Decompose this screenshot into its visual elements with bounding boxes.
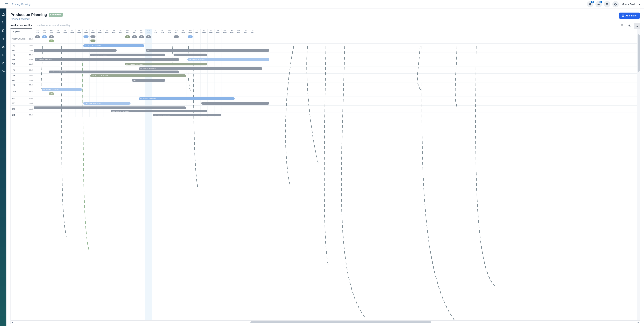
gantt-chart: Equipment Primary Brewhouse15bblFV130bbl… [10,29,640,324]
brand-name[interactable]: Remmy Brewing [12,3,30,6]
batch-bar[interactable]: RRA - Planned - 10/19/2022 [111,110,207,112]
batch-bar[interactable]: HL - Planned - 11/02/2022 [90,54,165,56]
batch-bar[interactable]: SS - Planned - 11/01/2022 [83,44,144,47]
brewhouse-turn[interactable]: 2 [42,36,47,38]
day-11/20: Sun11/20 [214,29,222,34]
batch-bar[interactable]: IPA - Planned - 10/26/2022 [83,102,130,105]
brewhouse-turn[interactable]: 2 [35,36,40,38]
row-FV4: HL - Planned - 10/25/2022IPA - Planned -… [34,57,637,62]
menu-toggle[interactable] [4,1,10,8]
history-button[interactable] [612,1,619,8]
batch-bar[interactable] [34,49,117,52]
vertical-scrollbar[interactable] [637,29,640,320]
batch-bar[interactable]: HL - Planned - 10/27/2022 [48,71,179,73]
nav-shipping[interactable] [1,45,5,49]
main-content: Production Planning Learn More Provide F… [6,9,644,326]
row-FV3: HL - Planned - 11/02/2022275 [34,53,637,57]
batch-bar[interactable]: HL - Planned - 10/25/2022 [35,58,179,61]
brewhouse-turn[interactable]: 2 [49,36,54,38]
brewhouse-turn[interactable]: 2 [84,36,88,38]
brewhouse-turn[interactable]: 1 [132,36,137,38]
equipment-BT2[interactable]: BT260bbl [11,101,34,106]
batch-bar[interactable]: HL - Planned - 11/02/2022 [153,114,221,116]
batch-bar[interactable]: 345 [132,79,165,82]
day-10/26: Wed10/26 [41,29,48,34]
feedback-link[interactable]: Provide Feedback [10,18,63,20]
svg-rect-12 [621,25,623,27]
batch-bar[interactable]: IPA - Planned - 11/16/2022 [188,58,269,61]
apps-button[interactable] [604,1,610,8]
tab-1[interactable]: Manhattan Production Facility [36,22,70,29]
horizontal-scrollbar[interactable]: ◀ ▶ [11,320,640,324]
equipment-BT3[interactable]: BT360bbl [11,106,34,113]
nav-brewing[interactable] [1,37,5,41]
batch-bar[interactable]: 275 [174,54,207,56]
announcements-button[interactable]: 1 [596,1,602,8]
batch-bar[interactable]: IPA - Planned - 10/26/2022 [42,88,82,91]
brewhouse-turn[interactable]: 2 [125,36,130,38]
svg-rect-3 [607,5,608,5]
brewhouse-turn[interactable]: 1 [174,36,179,38]
day-11/08: Tue11/08 [131,29,138,34]
equipment-FV3[interactable]: FV330bbl [11,53,34,57]
side-nav [0,9,6,326]
row-FV6: LP - Planned - 11/09/2022HL - Planned - … [34,66,637,74]
day-10/27: Thu10/27 [48,29,55,34]
megaphone-icon [597,3,600,6]
svg-point-5 [4,23,4,24]
zoom-button[interactable] [626,23,632,29]
notifications-button[interactable]: 4 [587,1,594,8]
day-11/12: Sat11/12 [159,29,166,34]
equipment-FV6[interactable]: FV660bbl [11,66,34,74]
equipment-FV8[interactable]: FV860bbl [11,78,34,83]
equipment-FV9[interactable]: FV960bbl [11,83,34,87]
calendar-button[interactable] [619,23,625,29]
nav-banking[interactable] [1,61,5,65]
row-FV1: SS - Planned - 11/01/2022 [34,44,637,48]
equipment-FV7[interactable]: FV760bbl [11,74,34,78]
dependencies-button[interactable] [634,23,640,29]
tab-0[interactable]: Production Facility [10,22,32,29]
batch-bar[interactable]: LtlPil ... [48,92,54,95]
day-11/18: Fri11/18 [200,29,208,34]
add-batch-button[interactable]: Add Batch [619,13,640,19]
brewhouse-turn[interactable]: 1 [90,36,96,38]
brewhouse-turn[interactable]: 1 [146,36,151,38]
batch-bar[interactable] [34,106,186,109]
equipment-FV2[interactable]: FV230bbl [11,48,34,53]
nav-reports[interactable] [1,53,5,57]
batch-bar[interactable]: GG - Planned - 11/02/2022 [90,74,186,77]
batch-bar[interactable]: SS - Planned - 11/10/2022 [139,97,235,100]
nav-tasks[interactable] [1,29,5,33]
user-menu[interactable]: Marley Golden [622,3,640,6]
equipment-FV1[interactable]: FV130bbl [11,44,34,48]
batch-bar[interactable]: 286 [146,49,269,52]
batch-bar[interactable]: GG - Planned - 11/07/2022 [125,63,207,65]
row-FV8: 345 [34,78,637,83]
equipment-BT1[interactable]: BT160bbl [11,96,34,101]
day-11/14: Mon11/14 [173,29,180,34]
scroll-right[interactable]: ▶ [637,321,640,323]
nav-sales[interactable] [1,21,5,24]
scroll-left[interactable]: ◀ [11,321,14,323]
svg-point-4 [3,23,3,24]
equipment-BT4[interactable]: BT460bbl [11,113,34,117]
equipment-FV4[interactable]: FV430bbl [11,57,34,62]
day-11/01: Tue11/01 [82,29,90,34]
learn-more-button[interactable]: Learn More [48,13,63,17]
day-11/22: Tue11/22 [228,29,235,34]
batch-bar[interactable]: 275 [201,102,269,105]
equipment-Primary Brewhouse[interactable]: Primary Brewhouse15bbl [11,34,34,44]
brewhouse-turn[interactable]: 1 [49,40,54,42]
brewhouse-turn[interactable]: 1 [139,36,144,38]
equipment-FV5[interactable]: FV530bbl [11,62,34,66]
batch-bar[interactable]: LP - Planned - 11/09/2022 [139,67,262,70]
nav-settings[interactable] [1,70,5,73]
brewhouse-turn[interactable]: 1 [90,40,96,42]
brewhouse-turn[interactable]: 2 [188,36,193,38]
equipment-FV10[interactable]: FV1060bbl [11,87,34,96]
nav-home[interactable] [1,13,5,16]
svg-rect-0 [606,3,607,4]
row-BT2: IPA - Planned - 10/26/2022275 [34,101,637,106]
svg-rect-2 [606,5,607,5]
